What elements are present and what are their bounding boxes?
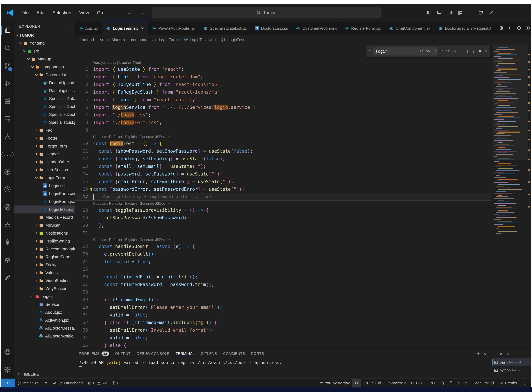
code-line-31[interactable]: 31 valid = false; xyxy=(75,311,491,319)
tree-folder-DoctorsList[interactable]: DoctorsList xyxy=(14,71,75,79)
tree-folder-Sticky[interactable]: Sticky xyxy=(14,261,75,269)
panel-more-button[interactable]: ··· xyxy=(491,351,496,356)
status-cursor-position[interactable]: Ln 17, Col 1 xyxy=(361,379,387,387)
tab-ChatComponentjsx[interactable]: ChatComponent.jsx xyxy=(385,22,434,35)
tree-file-LoginTestjsx[interactable]: LoginTest.jsx xyxy=(14,205,75,213)
activitybar-mongodb[interactable] xyxy=(1,233,14,251)
tree-folder-frontend[interactable]: frontend xyxy=(14,39,75,47)
previous-match-button[interactable]: ↑ xyxy=(466,49,469,54)
editor-action-open-changes[interactable] xyxy=(499,26,504,31)
nav-forward-icon[interactable]: → xyxy=(140,9,146,16)
code-line-28[interactable]: 28 xyxy=(75,288,491,296)
tree-file-SpecialistDataL[interactable]: SpecialistDataL... xyxy=(14,95,75,103)
terminal-profile-dropdown-button[interactable]: ∨ xyxy=(484,351,487,356)
panel-tab-gitlens[interactable]: GITLENS xyxy=(201,349,217,358)
code-line-6[interactable]: 6import loginService from "../../../Serv… xyxy=(75,103,491,111)
tree-file-SpecialistDocto[interactable]: SpecialistDocto... xyxy=(14,103,75,111)
panel-tab-problems[interactable]: PROBLEMS22 xyxy=(79,349,109,358)
editor-action-compare[interactable] xyxy=(508,26,513,31)
tree-folder-Footer[interactable]: Footer xyxy=(14,134,75,142)
tree-folder-MedicalRecord[interactable]: MedicalRecord xyxy=(14,213,75,221)
tree-folder-Service[interactable]: Service xyxy=(14,300,75,308)
toggle-secondary-sidebar-button[interactable] xyxy=(445,7,454,18)
tree-file-Aboutjsx[interactable]: About.jsx xyxy=(14,308,75,316)
editor-action-toggle-preview[interactable] xyxy=(517,26,522,31)
tab-CustomerProfilejsx[interactable]: CustomerProfile.jsx xyxy=(292,22,341,35)
code-line-17[interactable]: 17 You, yesterday • implement notificati… xyxy=(75,193,491,201)
tab-DoctorsListcss[interactable]: 3DoctorsList.css xyxy=(251,22,292,35)
whole-word-toggle[interactable]: ab xyxy=(426,49,430,53)
code-line-14[interactable]: 14 const [password, setPassword] = useSt… xyxy=(75,170,491,178)
code-line-9[interactable]: 9 xyxy=(75,126,491,134)
code-line-4[interactable]: 4import { FaRegEyeSlash } from "react-ic… xyxy=(75,88,491,96)
activitybar-media-preview[interactable] xyxy=(1,198,14,216)
tree-file-LoginFormjsx[interactable]: LoginForm.jsx xyxy=(14,198,75,205)
activitybar-source-control[interactable] xyxy=(1,57,14,75)
close-panel-button[interactable]: × xyxy=(507,351,509,356)
explorer-more-icon[interactable]: ··· xyxy=(66,24,71,29)
find-input[interactable]: login Aaab.* xyxy=(373,47,438,56)
codelens[interactable]: Codeium: Refactor | Explain | Generate J… xyxy=(75,237,491,243)
toggle-panel-button[interactable] xyxy=(435,7,444,18)
code-line-22[interactable]: 22 const handleSubmit = async (e) => { xyxy=(75,243,491,250)
tree-folder-VideoSection[interactable]: VideoSection xyxy=(14,277,75,285)
code-line-27[interactable]: 27 const trimmedPassword = password.trim… xyxy=(75,281,491,288)
menu-file[interactable]: File xyxy=(17,8,33,17)
code-line-25[interactable]: 25 xyxy=(75,266,491,273)
tab-RegisterFormjsx[interactable]: RegisterForm.jsx xyxy=(341,22,385,35)
breadcrumb-item[interactable]: src xyxy=(100,37,105,42)
menu-edit[interactable]: Edit xyxy=(33,8,48,17)
status-remote-indicator[interactable] xyxy=(1,379,15,387)
tree-folder-components[interactable]: components xyxy=(14,63,75,71)
code-line-10[interactable]: 10const LoginTest = () => { xyxy=(75,140,491,147)
status-blame-info[interactable]: You, yesterday xyxy=(317,379,352,387)
minimize-window-button[interactable] xyxy=(466,7,475,18)
status-notifications[interactable] xyxy=(520,379,529,387)
breadcrumb-file[interactable]: LoginTest.jsx xyxy=(190,37,213,42)
tree-root[interactable]: TUMOR xyxy=(14,31,75,39)
tree-folder-ProfileSetting[interactable]: ProfileSetting xyxy=(14,237,75,245)
activitybar-explorer[interactable] xyxy=(1,22,14,39)
code-line-29[interactable]: 29 if (!trimmedEmail) { xyxy=(75,296,491,303)
code-line-30[interactable]: 30 setEmailError("Please enter your emai… xyxy=(75,303,491,311)
code-line-19[interactable]: 19 setShowPassword(!showPassword); xyxy=(75,214,491,222)
tree-file-AllDoctorNotific[interactable]: AllDoctorNotific... xyxy=(14,332,75,340)
tree-file-RadiologistList[interactable]: RadiologistList... xyxy=(14,87,75,95)
next-match-button[interactable]: ↓ xyxy=(472,49,475,54)
tree-folder-LoginForm[interactable]: LoginForm xyxy=(14,174,75,182)
code-line-11[interactable]: 11 const [showPassword, setShowPassword]… xyxy=(75,147,491,155)
tab-LoginTestjsx[interactable]: LoginTest.jsx× xyxy=(102,22,148,35)
status-eol-sequence[interactable]: CRLF xyxy=(424,379,439,387)
tree-folder-HeaderOther[interactable]: HeaderOther xyxy=(14,158,75,166)
status-branch-status[interactable]: main* xyxy=(15,379,41,387)
breadcrumb[interactable]: frontend›src›Markup›components›LoginForm… xyxy=(75,35,531,44)
menu-go[interactable]: Go xyxy=(93,8,107,17)
breadcrumb-item[interactable]: Markup xyxy=(112,37,125,42)
code-line-34[interactable]: 34 valid = false; xyxy=(75,334,491,342)
panel-tab-terminal[interactable]: TERMINAL xyxy=(176,349,195,358)
code-line-26[interactable]: 26 const trimmedEmail = email.trim(); xyxy=(75,273,491,281)
codelens[interactable]: You, yesterday | 1 author (You) xyxy=(75,60,491,65)
tree-file-DoctorUploadj[interactable]: DoctorUpload.j... xyxy=(14,79,75,87)
tree-folder-MriScan[interactable]: MriScan xyxy=(14,221,75,229)
code-line-8[interactable]: 8import "./LoginForm.css"; xyxy=(75,119,491,126)
panel-tab-debug-console[interactable]: DEBUG CONSOLE xyxy=(137,349,170,358)
tree-file-SpecialistListjsx[interactable]: SpecialistList.jsx xyxy=(14,118,75,126)
activitybar-copilot[interactable] xyxy=(1,251,14,269)
minimap[interactable] xyxy=(493,44,528,349)
maximize-panel-button[interactable]: ∧ xyxy=(499,351,503,356)
tab-PrivateAuthRoutejsx[interactable]: PrivateAuthRoute.jsx xyxy=(148,22,199,35)
activitybar-docker[interactable] xyxy=(1,216,14,233)
timeline-section[interactable]: TIMELINE xyxy=(14,370,75,378)
menu-view[interactable]: View xyxy=(75,8,93,17)
code-line-20[interactable]: 20 }; xyxy=(75,222,491,229)
tab-close-icon[interactable]: × xyxy=(141,26,144,31)
codelens[interactable]: Codeium: Refactor | Explain | Generate J… xyxy=(75,134,491,140)
code-line-3[interactable]: 3import { IoEyeOutline } from "react-ico… xyxy=(75,81,491,88)
panel-tab-output[interactable]: OUTPUT xyxy=(115,349,131,358)
editor-action-run-file[interactable] xyxy=(525,26,530,31)
tab-SpecialistDataListjsx[interactable]: SpecialistDataList.jsx xyxy=(199,22,251,35)
activitybar-live-server[interactable] xyxy=(1,181,14,198)
code-line-33[interactable]: 33 setEmailError("Invalid email format")… xyxy=(75,326,491,334)
status-feedback[interactable]: 0 xyxy=(109,379,122,387)
